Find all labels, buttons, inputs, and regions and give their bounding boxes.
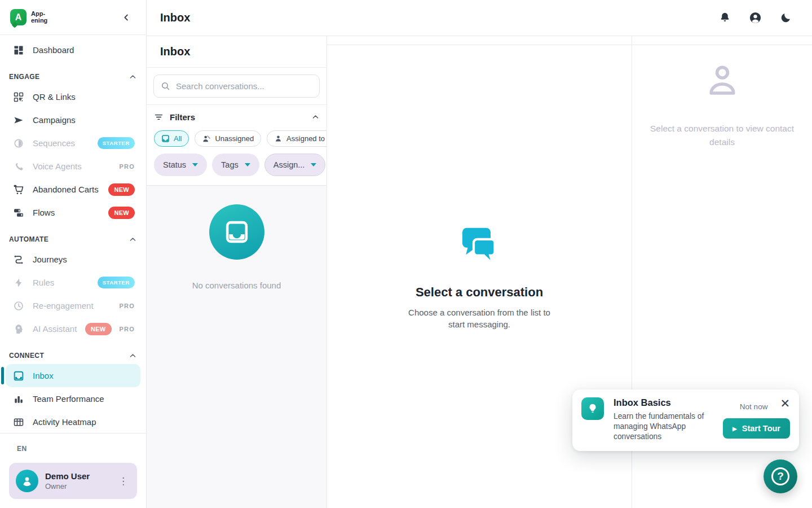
sidebar-collapse-button[interactable] <box>119 10 134 25</box>
toast-actions: Not now ✕ ▶ Start Tour <box>723 397 790 442</box>
filter-chip-all[interactable]: All <box>154 130 189 147</box>
chevron-up-icon[interactable] <box>311 113 320 121</box>
filter-dropdown-tags[interactable]: Tags <box>212 154 259 176</box>
brand-logo: A App- ening <box>10 9 47 25</box>
sidebar-item-re-engagement[interactable]: Re-engagementPRO <box>6 294 140 317</box>
section-header-automate[interactable]: AUTOMATE <box>9 231 137 248</box>
toast-body: Learn the fundamentals of managing Whats… <box>614 411 707 442</box>
sidebar-item-journeys[interactable]: Journeys <box>6 248 140 271</box>
new-faded-badge: NEW <box>85 323 112 335</box>
sidebar-item-label: Team Performance <box>33 394 104 404</box>
badge-group: NEWPRO <box>85 323 135 335</box>
help-fab-button[interactable]: ? <box>764 459 797 493</box>
sidebar-item-voice-agents[interactable]: Voice AgentsPRO <box>6 155 140 178</box>
conversation-empty-state: No conversations found <box>147 186 326 508</box>
language-selector[interactable]: EN <box>17 445 137 453</box>
topbar-icons <box>719 11 792 24</box>
filter-dropdown-assign[interactable]: Assign... <box>264 154 326 176</box>
close-icon[interactable]: ✕ <box>780 397 790 409</box>
sidebar-item-label: QR & Links <box>33 92 76 102</box>
chat-empty-line1: Choose a conversation from the list to <box>408 308 550 317</box>
sidebar-item-flows[interactable]: FlowsNEW <box>6 201 140 224</box>
not-now-button[interactable]: Not now <box>740 402 768 411</box>
badge-group: NEW <box>108 207 135 219</box>
user-menu-kebab-icon[interactable]: ⋮ <box>116 475 130 487</box>
sidebar-item-sequences[interactable]: SequencesSTARTER <box>6 132 140 155</box>
dark-mode-icon[interactable] <box>780 12 792 24</box>
badge-group: STARTER <box>98 137 135 149</box>
sidebar-item-abandoned-carts[interactable]: Abandoned CartsNEW <box>6 178 140 201</box>
sidebar-item-campaigns[interactable]: Campaigns <box>6 108 140 132</box>
badge-group: NEW <box>108 183 135 196</box>
qr-icon <box>12 91 25 103</box>
section-label: CONNECT <box>9 352 44 360</box>
filters-header[interactable]: Filters <box>154 112 320 122</box>
brand-name-line2: ening <box>31 17 47 24</box>
search-input[interactable] <box>176 81 312 91</box>
start-tour-button[interactable]: ▶ Start Tour <box>723 418 790 439</box>
route-icon <box>12 253 25 266</box>
section-header-connect[interactable]: CONNECT <box>9 347 137 364</box>
chevron-up-icon <box>129 235 137 244</box>
sidebar-item-team-performance[interactable]: Team Performance <box>6 387 140 410</box>
chat-empty-subtitle: Choose a conversation from the list to s… <box>408 306 550 330</box>
sidebar-item-dashboard[interactable]: Dashboard <box>6 38 140 62</box>
section-header-engage[interactable]: ENGAGE <box>9 68 137 85</box>
dropdown-label: Status <box>163 160 186 169</box>
top-header: Inbox <box>147 0 812 36</box>
sidebar-item-label: Re-engagement <box>33 301 94 310</box>
chat-icon <box>161 134 170 143</box>
sidebar-item-qr-links[interactable]: QR & Links <box>6 85 140 108</box>
section-label: ENGAGE <box>9 73 39 81</box>
question-mark-icon: ? <box>771 467 789 485</box>
contact-empty-line2: details <box>709 137 735 147</box>
sidebar-item-inbox[interactable]: Inbox <box>6 364 140 387</box>
new-badge: NEW <box>108 183 135 196</box>
sidebar-item-label: Voice Agents <box>33 161 82 171</box>
cart-icon <box>12 183 25 196</box>
dropdown-label: Assign... <box>273 160 305 169</box>
sidebar-item-label: Campaigns <box>33 115 76 125</box>
toast-title: Inbox Basics <box>614 397 707 408</box>
user-role: Owner <box>45 482 90 491</box>
sidebar-item-activity-heatmap[interactable]: Activity Heatmap <box>6 410 140 433</box>
filter-chip-assigned-to-me[interactable]: Assigned to me <box>267 130 326 147</box>
lightbulb-icon <box>581 397 604 420</box>
contact-empty-state: Select a conversation to view contact de… <box>632 45 812 149</box>
dashboard-icon <box>12 44 25 56</box>
contact-empty-text: Select a conversation to view contact de… <box>650 122 794 149</box>
user-name: Demo User <box>45 471 90 481</box>
inbox-circle-icon <box>209 204 264 260</box>
toast-text: Inbox Basics Learn the fundamentals of m… <box>614 397 707 442</box>
section-label: AUTOMATE <box>9 235 48 243</box>
filter-dropdown-status[interactable]: Status <box>154 154 207 176</box>
search-box[interactable] <box>153 75 320 98</box>
conversation-search-section <box>147 68 326 105</box>
bolt-icon <box>12 277 25 289</box>
heatmap-icon <box>12 416 25 428</box>
user-card[interactable]: Demo User Owner ⋮ <box>9 463 137 499</box>
brand-logo-icon: A <box>10 9 27 25</box>
sidebar-logo-row: A App- ening <box>0 0 146 35</box>
sidebar-item-label: Inbox <box>33 371 54 380</box>
new-badge: NEW <box>108 207 135 219</box>
sidebar-item-label: AI Assistant <box>33 324 77 334</box>
sidebar-item-label: Sequences <box>33 138 75 148</box>
caret-down-icon <box>245 163 250 167</box>
dropdown-label: Tags <box>221 160 239 169</box>
search-icon <box>161 81 170 91</box>
contact-panel-header <box>632 36 812 45</box>
sidebar-item-ai-assistant[interactable]: AI AssistantNEWPRO <box>6 317 140 340</box>
conversation-list-panel: Inbox Filters <box>147 36 327 508</box>
account-icon[interactable] <box>749 11 762 24</box>
sidebar-item-rules[interactable]: RulesSTARTER <box>6 271 140 294</box>
sidebar-nav: DashboardENGAGEQR & LinksCampaignsSequen… <box>0 35 146 433</box>
caret-down-icon <box>311 163 316 167</box>
bell-icon[interactable] <box>719 12 731 24</box>
sidebar-item-label: Journeys <box>33 255 67 264</box>
page-title: Inbox <box>160 11 190 24</box>
user-icon <box>274 134 283 143</box>
conversation-panel-header: Inbox <box>147 36 326 68</box>
filter-chip-unassigned[interactable]: Unassigned <box>195 130 261 147</box>
filter-icon <box>154 112 164 122</box>
